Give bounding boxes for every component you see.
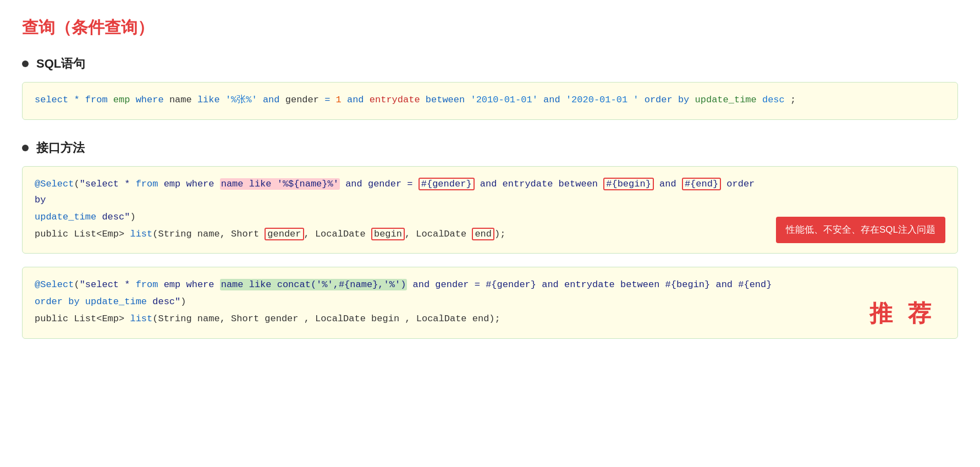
semicolon-1: ;	[790, 95, 796, 105]
col-gender-1: gender	[285, 95, 319, 105]
params-mid-2: , LocalDate	[405, 229, 472, 239]
interface-line2: public List<Emp> list(String name, Short…	[35, 227, 770, 243]
interface2-line2: public List<Emp> list(String name, Short…	[35, 311, 847, 327]
paren-close-1: )	[130, 212, 135, 222]
kw-from-i2: from	[136, 279, 158, 290]
col-name-1: name	[169, 95, 197, 105]
public-1: public List<Emp>	[35, 229, 130, 239]
interface-line1: @Select("select * from emp where name li…	[35, 177, 770, 208]
page-title: 查询（条件查询）	[22, 17, 958, 39]
public-2: public List<Emp>	[35, 314, 130, 324]
str-q-2b: emp where	[158, 279, 219, 290]
str-date1: '2010-01-01'	[470, 95, 537, 105]
warning-badge: 性能低、不安全、存在SQL注入问题	[776, 217, 945, 244]
box-param-end: end	[472, 228, 494, 240]
recommend-badge: 推 荐	[869, 294, 935, 333]
params-2: (String name, Short gender , LocalDate b…	[152, 314, 500, 324]
section-interface-title: 接口方法	[22, 140, 958, 156]
str-q-1: "select *	[80, 179, 136, 189]
str-desc-2: desc"	[147, 296, 180, 307]
str-q-1c: and gender =	[340, 179, 419, 189]
section-sql: SQL语句 select * from emp where name like …	[22, 56, 958, 120]
sql-code-box: select * from emp where name like '%张%' …	[22, 82, 958, 120]
params-open-1: (String name, Short	[152, 229, 265, 239]
kw-from-1: from	[85, 95, 108, 105]
params-close-1: );	[494, 229, 505, 239]
box-gender-1: #{gender}	[419, 178, 475, 190]
kw-select: select	[35, 95, 68, 105]
paren-open-2: (	[74, 279, 79, 290]
interface-code-box-2: @Select("select * from emp where name li…	[22, 267, 958, 339]
kw-and-2: and	[347, 95, 370, 105]
method-list-1: list	[130, 229, 152, 239]
paren-open-1: (	[74, 179, 79, 189]
box-param-begin: begin	[371, 228, 405, 240]
params-mid-1: , LocalDate	[304, 229, 371, 239]
str-q-1b: emp where	[158, 179, 219, 189]
sql-line-1: select * from emp where name like '%张%' …	[35, 92, 945, 108]
interface-line1b: update_time desc")	[35, 210, 770, 226]
interface-code-box-2-wrap: @Select("select * from emp where name li…	[22, 267, 958, 339]
update-time-link-2: order by update_time	[35, 296, 147, 307]
str-pattern-1: '%张%'	[225, 95, 257, 105]
col-updatetime: update_time	[695, 95, 757, 105]
box-end-1: #{end}	[682, 178, 721, 190]
kw-and-3: and	[543, 95, 566, 105]
kw-orderby: order by	[645, 95, 695, 105]
kw-where-1: where	[136, 95, 164, 105]
bullet-icon-2	[22, 145, 29, 151]
annotation-select-2: @Select	[35, 279, 74, 290]
col-entrydate-1: entrydate	[370, 95, 420, 105]
str-q-2: "select *	[80, 279, 136, 290]
highlight-name-pink: name like '%${name}%'	[220, 178, 340, 190]
interface2-line1b: order by update_time desc")	[35, 294, 847, 310]
val-1: 1	[336, 95, 342, 105]
str-q-2c: and gender = #{gender} and entrydate bet…	[407, 279, 772, 290]
interface-code-box-1-wrap: @Select("select * from emp where name li…	[22, 166, 958, 254]
highlight-name-green: name like concat('%',#{name},'%')	[220, 279, 408, 290]
update-time-link: update_time	[35, 212, 96, 222]
str-q-1d: and entrydate between	[475, 179, 604, 189]
section-interface: 接口方法 @Select("select * from emp where na…	[22, 140, 958, 339]
str-date2: '2020-01-01 '	[566, 95, 639, 105]
kw-and-1: and	[263, 95, 285, 105]
str-q-1e: and	[654, 179, 682, 189]
box-begin-1: #{begin}	[603, 178, 654, 190]
box-param-gender: gender	[265, 228, 304, 240]
section-sql-title: SQL语句	[22, 56, 958, 72]
kw-between-1: between	[426, 95, 471, 105]
method-list-2: list	[130, 314, 152, 324]
interface2-line1: @Select("select * from emp where name li…	[35, 277, 847, 293]
kw-desc: desc	[762, 95, 785, 105]
op-eq-1: =	[324, 95, 335, 105]
paren-close-2: )	[180, 296, 186, 307]
str-desc-1: desc"	[96, 212, 130, 222]
kw-like-1: like	[197, 95, 220, 105]
annotation-select-1: @Select	[35, 179, 74, 189]
kw-from-i1: from	[136, 179, 158, 189]
bullet-icon	[22, 61, 29, 67]
kw-star: *	[74, 95, 85, 105]
interface-code-box-1: @Select("select * from emp where name li…	[22, 166, 958, 254]
table-emp-1: emp	[113, 95, 136, 105]
